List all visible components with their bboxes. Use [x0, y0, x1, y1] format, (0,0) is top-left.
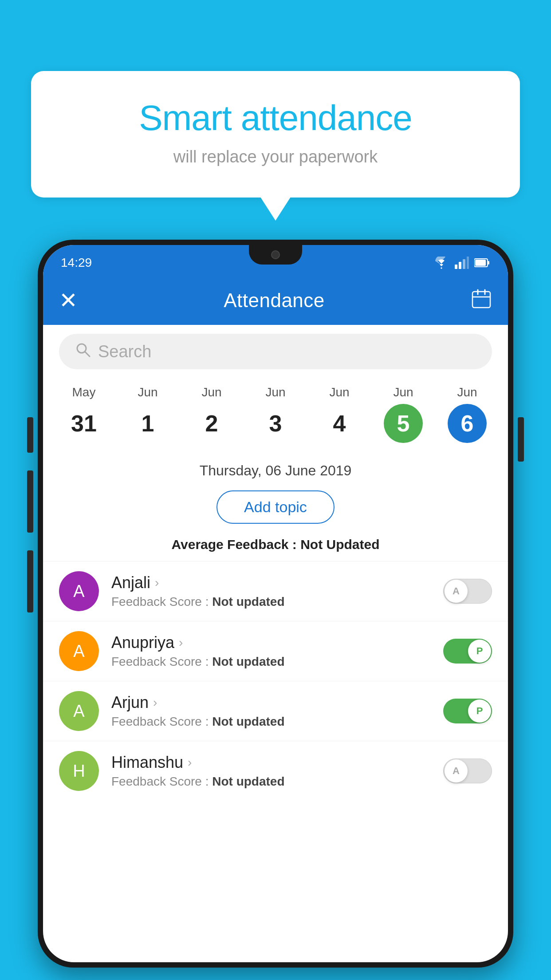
cal-day-number: 31 — [64, 404, 103, 443]
toggle-knob: P — [468, 640, 491, 663]
student-info: Himanshu ›Feedback Score : Not updated — [111, 753, 431, 789]
cal-month-label: Jun — [329, 385, 349, 399]
cal-month-label: Jun — [138, 385, 157, 399]
chevron-icon: › — [179, 636, 183, 650]
bubble-subtitle: will replace your paperwork — [67, 147, 484, 166]
battery-icon — [474, 258, 490, 268]
calendar-day[interactable]: Jun3 — [251, 385, 300, 452]
front-camera — [271, 250, 280, 259]
feedback-score: Feedback Score : Not updated — [111, 595, 431, 609]
attendance-toggle[interactable]: P — [443, 639, 492, 664]
avatar: A — [59, 691, 99, 731]
cal-day-number: 5 — [384, 404, 423, 443]
student-item[interactable]: AAnjali ›Feedback Score : Not updatedA — [43, 561, 508, 621]
student-name: Anjali › — [111, 573, 431, 592]
left-button-1 — [27, 417, 33, 453]
calendar-day[interactable]: Jun1 — [123, 385, 172, 452]
attendance-toggle[interactable]: P — [443, 699, 492, 723]
search-placeholder: Search — [98, 342, 151, 361]
phone-notch — [249, 245, 302, 265]
student-name: Anupriya › — [111, 633, 431, 652]
search-bar[interactable]: Search — [59, 334, 492, 369]
svg-rect-1 — [459, 262, 461, 269]
student-info: Anupriya ›Feedback Score : Not updated — [111, 633, 431, 669]
speech-bubble-container: Smart attendance will replace your paper… — [31, 71, 520, 198]
student-item[interactable]: AArjun ›Feedback Score : Not updatedP — [43, 681, 508, 741]
left-button-vol-up — [27, 470, 33, 533]
add-topic-container: Add topic — [43, 486, 508, 533]
svg-rect-0 — [455, 265, 457, 269]
svg-rect-3 — [467, 257, 469, 269]
student-list: AAnjali ›Feedback Score : Not updatedAAA… — [43, 561, 508, 801]
svg-rect-6 — [488, 261, 489, 265]
signal-icon — [455, 257, 469, 269]
cal-day-number: 4 — [320, 404, 359, 443]
calendar-day[interactable]: Jun5 — [379, 385, 428, 452]
student-info: Anjali ›Feedback Score : Not updated — [111, 573, 431, 609]
avg-feedback: Average Feedback : Not Updated — [43, 533, 508, 561]
cal-day-number: 2 — [192, 404, 231, 443]
avg-feedback-value: Not Updated — [300, 537, 379, 552]
chevron-icon: › — [155, 576, 159, 590]
svg-line-12 — [85, 352, 90, 356]
phone-outer: 14:29 — [38, 240, 513, 968]
cal-day-number: 3 — [256, 404, 295, 443]
feedback-score: Feedback Score : Not updated — [111, 715, 431, 729]
status-time: 14:29 — [61, 256, 92, 270]
add-topic-button[interactable]: Add topic — [216, 490, 335, 524]
svg-rect-7 — [472, 292, 490, 308]
svg-rect-5 — [475, 260, 486, 266]
student-name: Himanshu › — [111, 753, 431, 772]
close-button[interactable]: ✕ — [59, 288, 78, 313]
feedback-score: Feedback Score : Not updated — [111, 655, 431, 669]
app-bar-title: Attendance — [224, 289, 325, 312]
calendar-icon-button[interactable] — [471, 288, 492, 313]
phone-frame: 14:29 — [38, 240, 513, 980]
avg-feedback-label: Average Feedback : — [171, 537, 300, 552]
search-icon — [75, 342, 91, 361]
status-icons — [433, 257, 490, 269]
cal-month-label: Jun — [201, 385, 221, 399]
cal-day-number: 1 — [128, 404, 167, 443]
left-button-vol-down — [27, 550, 33, 612]
chevron-icon: › — [153, 695, 157, 710]
selected-date: Thursday, 06 June 2019 — [43, 452, 508, 486]
search-container: Search — [43, 325, 508, 376]
attendance-toggle[interactable]: A — [443, 759, 492, 783]
toggle-knob: A — [445, 759, 468, 782]
calendar-day[interactable]: Jun6 — [443, 385, 492, 452]
feedback-score: Feedback Score : Not updated — [111, 775, 431, 789]
app-bar: ✕ Attendance — [43, 276, 508, 325]
cal-day-number: 6 — [448, 404, 487, 443]
calendar-day[interactable]: Jun2 — [187, 385, 236, 452]
cal-month-label: Jun — [265, 385, 285, 399]
attendance-toggle[interactable]: A — [443, 579, 492, 604]
student-info: Arjun ›Feedback Score : Not updated — [111, 693, 431, 729]
cal-month-label: Jun — [393, 385, 413, 399]
student-item[interactable]: HHimanshu ›Feedback Score : Not updatedA — [43, 741, 508, 801]
avatar: H — [59, 751, 99, 791]
calendar-strip: May31Jun1Jun2Jun3Jun4Jun5Jun6 — [43, 376, 508, 452]
chevron-icon: › — [188, 755, 192, 770]
avatar: A — [59, 631, 99, 671]
svg-rect-2 — [463, 259, 465, 269]
student-item[interactable]: AAnupriya ›Feedback Score : Not updatedP — [43, 621, 508, 681]
student-name: Arjun › — [111, 693, 431, 712]
wifi-icon — [433, 257, 449, 269]
calendar-day[interactable]: May31 — [59, 385, 108, 452]
cal-month-label: Jun — [457, 385, 477, 399]
avatar: A — [59, 571, 99, 611]
speech-bubble: Smart attendance will replace your paper… — [31, 71, 520, 198]
toggle-knob: P — [468, 699, 491, 723]
side-button-power — [518, 417, 524, 462]
bubble-title: Smart attendance — [67, 98, 484, 138]
calendar-day[interactable]: Jun4 — [315, 385, 364, 452]
cal-month-label: May — [72, 385, 96, 399]
toggle-knob: A — [445, 580, 468, 603]
phone-screen: 14:29 — [43, 245, 508, 962]
